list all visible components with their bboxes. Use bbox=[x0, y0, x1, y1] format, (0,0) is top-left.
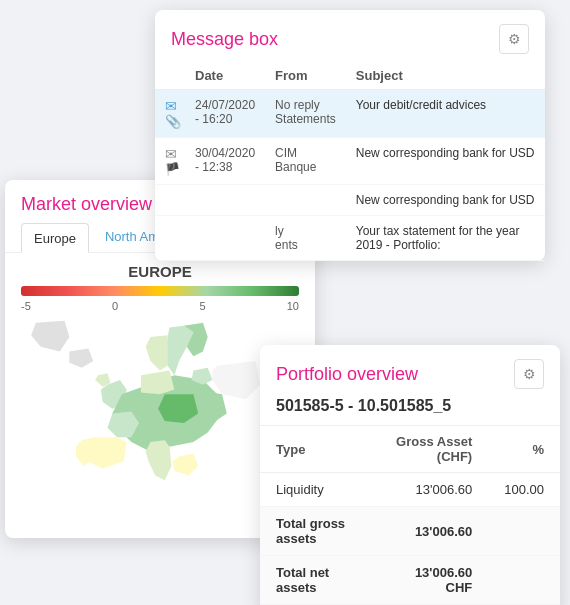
table-row[interactable]: ✉ 📎 24/07/2020- 16:20 No replyStatements… bbox=[155, 90, 545, 138]
portfolio-type: Total gross assets bbox=[260, 507, 371, 556]
portfolio-header: Portfolio overview ⚙ bbox=[260, 345, 560, 397]
message-box-card: Message box ⚙ Date From Subject ✉ 📎 24/0… bbox=[155, 10, 545, 261]
table-row[interactable]: New corresponding bank for USD bbox=[155, 185, 545, 216]
msg-subject: New corresponding bank for USD bbox=[346, 138, 545, 185]
msg-from: CIMBanque bbox=[265, 138, 346, 185]
msg-date bbox=[185, 185, 265, 216]
portfolio-gross: 13'006.60 bbox=[371, 473, 488, 507]
msg-subject: Your tax statement for the year 2019 - P… bbox=[346, 216, 545, 261]
portfolio-type: Liquidity bbox=[260, 473, 371, 507]
portfolio-table: Type Gross Asset (CHF) % Liquidity 13'00… bbox=[260, 426, 560, 605]
portfolio-account: 501585-5 - 10.501585_5 bbox=[260, 397, 560, 426]
row-icons: ✉ 📎 bbox=[155, 90, 185, 138]
portfolio-pct: 100.00 bbox=[488, 473, 560, 507]
message-box-header: Message box ⚙ bbox=[155, 10, 545, 62]
tab-europe[interactable]: Europe bbox=[21, 223, 89, 253]
msg-col-icon bbox=[155, 62, 185, 90]
clip-icon: 📎 bbox=[165, 114, 181, 129]
portfolio-type: Total net assets bbox=[260, 556, 371, 605]
message-box-title: Message box bbox=[171, 29, 278, 50]
heatbar bbox=[21, 286, 299, 296]
msg-from bbox=[265, 185, 346, 216]
message-table: Date From Subject ✉ 📎 24/07/2020- 16:20 … bbox=[155, 62, 545, 261]
msg-date bbox=[185, 216, 265, 261]
msg-date: 30/04/2020- 12:38 bbox=[185, 138, 265, 185]
portfolio-gross: 13'006.60 CHF bbox=[371, 556, 488, 605]
region-label: EUROPE bbox=[5, 263, 315, 280]
envelope-icon: ✉ bbox=[165, 98, 181, 114]
portfolio-col-type: Type bbox=[260, 426, 371, 473]
portfolio-col-pct: % bbox=[488, 426, 560, 473]
table-row: Total net assets 13'006.60 CHF bbox=[260, 556, 560, 605]
message-box-gear-button[interactable]: ⚙ bbox=[499, 24, 529, 54]
portfolio-overview-card: Portfolio overview ⚙ 501585-5 - 10.50158… bbox=[260, 345, 560, 605]
portfolio-title: Portfolio overview bbox=[276, 364, 418, 385]
msg-col-date: Date bbox=[185, 62, 265, 90]
msg-col-subject: Subject bbox=[346, 62, 545, 90]
heatbar-label-0: 0 bbox=[112, 300, 118, 312]
table-row: Total gross assets 13'006.60 bbox=[260, 507, 560, 556]
msg-subject: New corresponding bank for USD bbox=[346, 185, 545, 216]
msg-from: No replyStatements bbox=[265, 90, 346, 138]
table-row[interactable]: lyents Your tax statement for the year 2… bbox=[155, 216, 545, 261]
msg-subject: Your debit/credit advices bbox=[346, 90, 545, 138]
portfolio-pct bbox=[488, 507, 560, 556]
portfolio-gear-button[interactable]: ⚙ bbox=[514, 359, 544, 389]
msg-col-from: From bbox=[265, 62, 346, 90]
msg-date: 24/07/2020- 16:20 bbox=[185, 90, 265, 138]
table-row[interactable]: Liquidity 13'006.60 100.00 bbox=[260, 473, 560, 507]
msg-from: lyents bbox=[265, 216, 346, 261]
portfolio-pct bbox=[488, 556, 560, 605]
portfolio-col-gross: Gross Asset (CHF) bbox=[371, 426, 488, 473]
row-icons: ✉ 🏴 bbox=[155, 138, 185, 185]
heatbar-label-10: 10 bbox=[287, 300, 299, 312]
heatbar-labels: -5 0 5 10 bbox=[5, 300, 315, 312]
heatbar-label-min5: -5 bbox=[21, 300, 31, 312]
flag-icon: 🏴 bbox=[165, 162, 181, 176]
row-icons bbox=[155, 216, 185, 261]
market-title: Market overview bbox=[21, 194, 152, 214]
table-row[interactable]: ✉ 🏴 30/04/2020- 12:38 CIMBanque New corr… bbox=[155, 138, 545, 185]
letter-icon: ✉ bbox=[165, 146, 181, 162]
portfolio-gross: 13'006.60 bbox=[371, 507, 488, 556]
heatbar-container bbox=[5, 286, 315, 296]
heatbar-label-5: 5 bbox=[199, 300, 205, 312]
row-icons bbox=[155, 185, 185, 216]
